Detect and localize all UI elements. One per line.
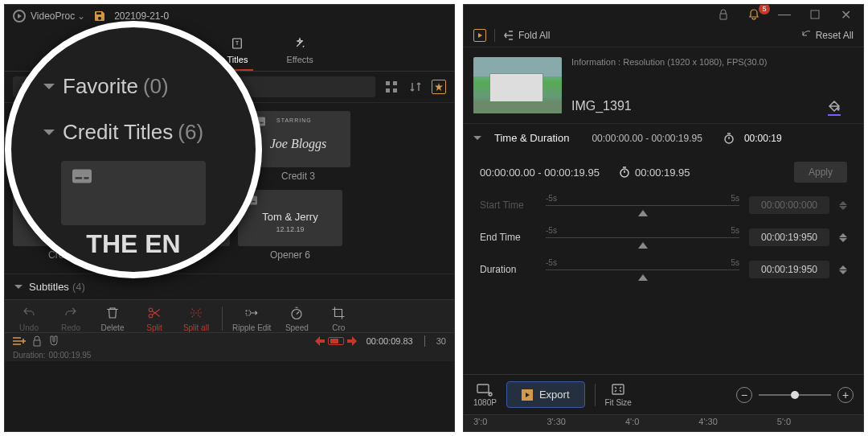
app-logo-icon [13, 10, 26, 23]
lock-icon[interactable] [712, 6, 735, 23]
project-name: 202109-21-0 [114, 10, 169, 22]
save-icon[interactable] [93, 10, 106, 23]
duration-slider[interactable]: -5s 5s [546, 260, 739, 279]
svg-text:T: T [235, 39, 240, 47]
svg-rect-5 [386, 88, 390, 93]
timeline-clip-icon [328, 337, 344, 345]
export-button[interactable]: Export [506, 381, 585, 408]
delete-button[interactable]: Delete [96, 305, 129, 332]
end-time-input[interactable]: 00:00:19:950 [749, 228, 829, 246]
export-play-icon [522, 389, 533, 401]
svg-point-17 [149, 308, 153, 312]
timeline-ruler[interactable]: 3':0 3':30 4':0 4':30 5':0 [464, 414, 863, 431]
redo-button[interactable]: Redo [55, 305, 87, 332]
fit-size-button[interactable]: Fit Size [605, 382, 632, 407]
chevron-down-icon [14, 285, 23, 289]
svg-rect-19 [246, 311, 250, 315]
end-time-stepper[interactable] [839, 233, 847, 242]
favorites-filter-icon[interactable] [432, 80, 446, 94]
apply-button: Apply [794, 162, 847, 183]
fold-all-button[interactable]: Fold All [503, 30, 550, 41]
start-time-slider: -5s 5s [546, 195, 739, 215]
section-subtitles[interactable]: Subtitles (4) [5, 274, 454, 299]
chevron-down-icon [473, 136, 481, 140]
maximize-button[interactable] [804, 6, 826, 23]
svg-rect-3 [386, 81, 390, 85]
magnet-icon[interactable] [48, 335, 59, 347]
undo-button[interactable]: Undo [13, 305, 45, 332]
start-time-stepper [839, 201, 847, 210]
svg-rect-34 [612, 385, 624, 394]
resolution-button[interactable]: 1080P [473, 382, 497, 407]
add-track-icon[interactable] [13, 335, 26, 347]
svg-rect-27 [76, 177, 82, 179]
start-time-input: 00:00:00:000 [749, 196, 829, 214]
svg-marker-7 [435, 83, 443, 91]
section-time-duration[interactable]: Time & Duration 00:00:00.00 - 00:00:19.9… [464, 124, 863, 152]
play-icon[interactable] [473, 29, 486, 42]
clip-name: IMG_1391 [571, 99, 632, 113]
svg-rect-26 [72, 170, 92, 183]
svg-rect-29 [811, 10, 819, 19]
magnifier-overlay: Favorite (0) Credit Titles (6) THE EN [5, 21, 262, 278]
app-name[interactable]: VideoProc [31, 10, 75, 22]
end-time-slider[interactable]: -5s 5s [546, 228, 739, 247]
minimize-button[interactable]: — [773, 6, 796, 23]
svg-rect-32 [477, 385, 489, 393]
clip-thumbnail[interactable] [473, 57, 562, 113]
zoom-slider[interactable] [759, 394, 831, 396]
lock-icon[interactable] [32, 335, 42, 347]
svg-point-18 [149, 315, 153, 319]
grid-view-icon[interactable] [383, 79, 399, 95]
clip-info: Information : Resolution (1920 x 1080), … [571, 57, 854, 67]
color-fill-icon[interactable] [828, 100, 854, 113]
duration-input[interactable]: 00:00:19:950 [749, 261, 829, 278]
split-button[interactable]: Split [138, 305, 170, 332]
playhead-time: 00:00:09.83 [366, 336, 413, 346]
duration-stepper[interactable] [839, 265, 847, 274]
zoom-out-button[interactable]: − [736, 387, 752, 403]
split-all-button[interactable]: Split all [180, 305, 212, 332]
svg-rect-6 [393, 88, 397, 93]
crop-button[interactable]: Cro [322, 305, 354, 332]
credit-preset-opener6[interactable]: Tom & Jerry 12.12.19 [238, 190, 342, 246]
svg-rect-28 [84, 177, 88, 179]
magnified-preset [61, 161, 206, 225]
reset-all-button[interactable]: Reset All [800, 30, 854, 41]
svg-rect-4 [393, 81, 397, 85]
ripple-edit-button[interactable]: Ripple Edit [232, 305, 271, 332]
notification-bell-icon[interactable]: 5 [743, 6, 765, 23]
speed-button[interactable]: Speed [280, 305, 313, 332]
svg-rect-10 [260, 122, 264, 124]
tab-effects[interactable]: Effects [280, 34, 319, 66]
sort-icon[interactable] [407, 79, 424, 95]
zoom-in-button[interactable]: + [837, 387, 854, 403]
close-button[interactable]: ✕ [834, 6, 857, 23]
time-range-display: 00:00:00.00 - 00:00:19.95 [480, 167, 600, 179]
svg-rect-16 [252, 201, 256, 203]
